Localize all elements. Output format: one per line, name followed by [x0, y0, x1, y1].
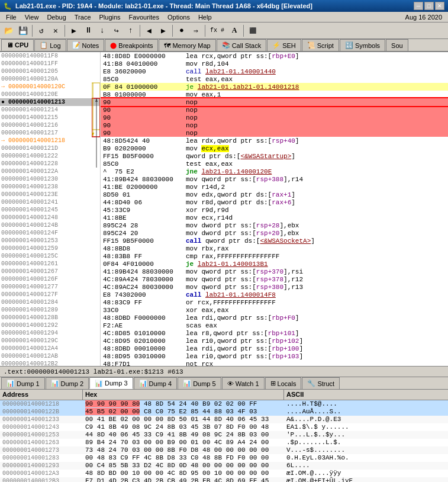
table-row-current: 90 nop — [101, 98, 448, 106]
table-row: 33C0 xor eax,eax — [101, 306, 448, 314]
tb-pause[interactable]: ⏸ — [82, 24, 95, 37]
tab-log[interactable]: 📋 Log — [34, 39, 66, 51]
menu-view[interactable]: View — [21, 12, 43, 22]
dump-row: 00000001400012A3 48 8D BD 00 10 00 00 4C… — [0, 470, 448, 477]
locals-icon: ⊞ — [270, 380, 276, 387]
dump4-icon: 📊 — [139, 380, 147, 387]
menu-favourites[interactable]: Favourites — [125, 12, 163, 22]
table-row: 48:F7D1 not rcx — [101, 360, 448, 366]
tab-notes[interactable]: 📝 Notes — [67, 39, 105, 51]
dump-tab-locals[interactable]: ⊞ Locals — [265, 377, 302, 389]
dump-tab-watch1[interactable]: 👁 Watch 1 — [222, 377, 265, 389]
tb-save[interactable]: 💾 — [17, 24, 30, 37]
dump-row: 0000000140001233 00 41 BE 02 00 00 00 8D… — [0, 416, 448, 423]
dump-tab-5[interactable]: 📊 Dump 5 — [178, 377, 221, 389]
dump-row: 0000000140001293 00 C4 85 5B 33 D2 4C 8D… — [0, 462, 448, 470]
minimize-button[interactable]: ─ — [414, 2, 423, 10]
hex-header: Hex — [83, 390, 284, 400]
menu-help[interactable]: Help — [195, 12, 215, 22]
tb-bp[interactable]: ● — [175, 24, 188, 37]
window-controls: ─ □ ✕ — [414, 2, 444, 10]
tb-step-into[interactable]: ↓ — [96, 24, 109, 37]
tb-sep2 — [65, 25, 65, 37]
script-icon: 📜 — [307, 41, 315, 49]
tab-script[interactable]: 📜 Script — [302, 39, 339, 51]
tb-restart[interactable]: ↺ — [35, 24, 48, 37]
tab-cpu[interactable]: 🖥 CPU — [1, 39, 34, 51]
bytes-cell: 48:8D8D E0000000 — [101, 52, 183, 60]
table-row: FF15 9B5F0000 call qword ptr ds:[<&WSASo… — [101, 237, 448, 245]
menu-plugins[interactable]: Plugins — [96, 12, 124, 22]
dump-tab-4[interactable]: 📊 Dump 4 — [134, 377, 178, 389]
dump-tab-3[interactable]: 📊 Dump 3 — [89, 377, 133, 389]
menu-debug[interactable]: Debug — [43, 12, 69, 22]
notes-icon: 📝 — [72, 41, 80, 49]
disasm-panel[interactable]: 48:8D8D E0000000 lea rcx,qword ptr ss:[r… — [101, 52, 448, 366]
menu-trace[interactable]: Trace — [71, 12, 95, 22]
table-row: 895C24 20 mov dword ptr ss:[rsp+20],ebx — [101, 229, 448, 237]
title-bar: 🐛 Lab21-01.exe - PID: 19A4 - Module: lab… — [0, 0, 448, 12]
tb-sep3 — [140, 25, 140, 37]
menu-date: Aug 16 2020 — [402, 12, 446, 22]
table-row: 85C0 test eax,eax — [101, 160, 448, 168]
table-row: 85C0 test eax,eax — [101, 75, 448, 83]
tab-memory-map[interactable]: 🗺 Memory Map — [159, 39, 215, 51]
table-row: 44:8D40 06 mov r8d,qword ptr ds:[rax+6] — [101, 198, 448, 206]
cpu-icon: 🖥 — [7, 41, 13, 49]
dump-row: 00000001400012B3 F7 D1 4D 2B C3 4D 2B CB… — [0, 477, 448, 482]
tb-A[interactable]: A — [228, 24, 241, 37]
table-row: 48:83C9 FF or rcx,FFFFFFFFFFFFFFFF — [101, 298, 448, 306]
dump-tab-1[interactable]: 📊 Dump 1 — [1, 377, 45, 389]
table-row: 48:8DBD F0000000 lea rdi,qword ptr ss:[r… — [101, 314, 448, 322]
symbols-icon: 🔣 — [345, 41, 353, 49]
close-button[interactable]: ✕ — [435, 2, 444, 10]
tb-open[interactable]: 📂 — [2, 24, 15, 37]
table-row: 4C:89AC24 80030000 mov qword ptr ss:[rsp… — [101, 283, 448, 291]
tb-step-out[interactable]: ↑ — [124, 24, 137, 37]
menu-file[interactable]: File — [2, 12, 20, 22]
table-row: 90 nop — [101, 114, 448, 121]
tb-fwd[interactable]: ▶ — [157, 24, 170, 37]
toolbar: 📂 💾 ↺ ✕ ▶ ⏸ ↓ ↪ ↑ ◀ ▶ ● ⇒ fx # A ⬛ — [0, 23, 448, 39]
window-title: Lab21-01.exe - PID: 19A4 - Module: lab21… — [15, 2, 410, 9]
seh-icon: ⚡ — [272, 41, 281, 49]
dump-row: 0000000140001283 00 48 83 C9 FF 4C 8B D8… — [0, 454, 448, 462]
tab-call-stack[interactable]: 📚 Call Stack — [217, 39, 267, 51]
tb-close[interactable]: ✕ — [49, 24, 62, 37]
status-bar: .text:0000000140001213 lab21-01.exe:$121… — [0, 366, 448, 377]
dump-tab-struct[interactable]: 🔧 Struct — [302, 377, 340, 389]
memory-map-icon: 🗺 — [164, 42, 170, 49]
tb-fx[interactable]: fx # — [208, 24, 227, 37]
table-row: 45:33C9 xor r9d,r9d — [101, 206, 448, 214]
tb-back[interactable]: ◀ — [143, 24, 156, 37]
table-row: 48:8D95 03010000 lea ri0,qword ptr ss:[r… — [101, 352, 448, 360]
watch-icon: 👁 — [227, 380, 234, 387]
table-row: FF15 B05F0000 qword ptr ds:[<&WSAStartup… — [101, 152, 448, 160]
tb-cpu-view[interactable]: ⬛ — [246, 24, 259, 37]
tb-sep1 — [32, 25, 33, 37]
table-row: 0F84 4F010000 je lab21-01.1400013B1 — [101, 260, 448, 268]
table-row: 895C24 28 mov dword ptr ss:[rsp+28],ebx — [101, 221, 448, 229]
dump2-icon: 📊 — [51, 380, 59, 387]
address-gutter: 00000001400011F8 00000001400011FF 000000… — [0, 52, 101, 366]
disasm-table: 48:8D8D E0000000 lea rcx,qword ptr ss:[r… — [101, 52, 448, 366]
tab-breakpoints[interactable]: ⬤ Breakpoints — [105, 39, 158, 51]
menu-options[interactable]: Options — [164, 12, 194, 22]
tab-seh[interactable]: ⚡ SEH — [267, 39, 301, 51]
table-row: 4C:8D85 01010000 lea r8,qword ptr ss:[rb… — [101, 329, 448, 337]
table-row: 41:BE 02000000 mov r14d,2 — [101, 183, 448, 191]
tab-symbols[interactable]: 🔣 Symbols — [340, 39, 385, 51]
log-icon: 📋 — [40, 41, 48, 49]
tab-source[interactable]: Sou — [386, 39, 408, 51]
dump-tab-2[interactable]: 📊 Dump 2 — [46, 377, 89, 389]
tb-sep6 — [243, 25, 244, 37]
tb-run[interactable]: ▶ — [67, 24, 80, 37]
tb-run-to[interactable]: ⇒ — [189, 24, 202, 37]
status-text: .text:0000000140001213 lab21-01.exe:$121… — [4, 368, 183, 375]
dump-content[interactable]: 0000000140001218 90 90 90 90 80 48 8D 54… — [0, 400, 448, 482]
dump5-icon: 📊 — [183, 380, 191, 387]
dump-panel: Address Hex ASCII 0000000140001218 90 90… — [0, 390, 448, 482]
tb-step-over[interactable]: ↪ — [110, 24, 123, 37]
maximize-button[interactable]: □ — [424, 2, 434, 10]
table-row: B8 01000000 mov eax,1 — [101, 91, 448, 98]
